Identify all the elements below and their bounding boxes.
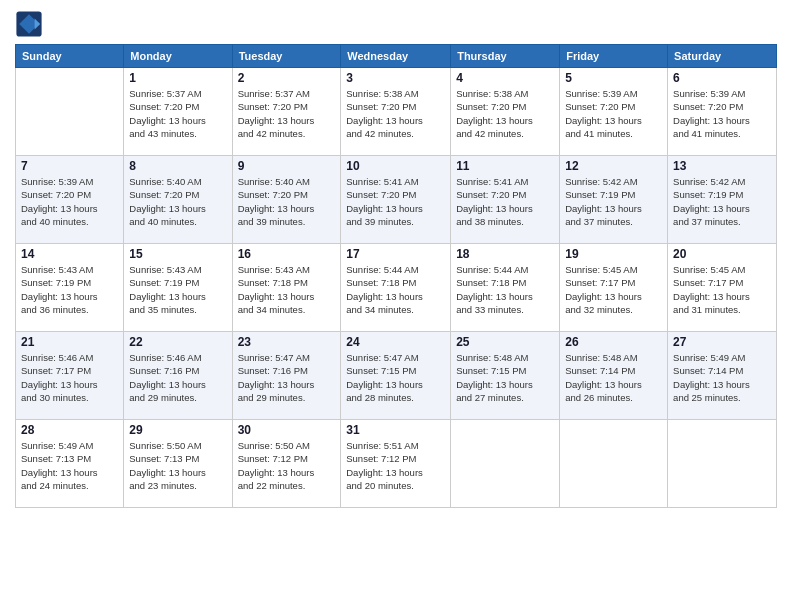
calendar-week-row: 1Sunrise: 5:37 AM Sunset: 7:20 PM Daylig…	[16, 68, 777, 156]
day-number: 21	[21, 335, 118, 349]
logo	[15, 10, 47, 38]
day-info: Sunrise: 5:37 AM Sunset: 7:20 PM Dayligh…	[129, 87, 226, 140]
day-number: 29	[129, 423, 226, 437]
calendar-day-cell: 17Sunrise: 5:44 AM Sunset: 7:18 PM Dayli…	[341, 244, 451, 332]
day-number: 18	[456, 247, 554, 261]
calendar-day-cell: 27Sunrise: 5:49 AM Sunset: 7:14 PM Dayli…	[668, 332, 777, 420]
day-number: 4	[456, 71, 554, 85]
day-info: Sunrise: 5:47 AM Sunset: 7:15 PM Dayligh…	[346, 351, 445, 404]
day-info: Sunrise: 5:48 AM Sunset: 7:15 PM Dayligh…	[456, 351, 554, 404]
calendar-day-cell: 8Sunrise: 5:40 AM Sunset: 7:20 PM Daylig…	[124, 156, 232, 244]
day-number: 3	[346, 71, 445, 85]
day-number: 24	[346, 335, 445, 349]
day-info: Sunrise: 5:51 AM Sunset: 7:12 PM Dayligh…	[346, 439, 445, 492]
calendar-day-cell: 13Sunrise: 5:42 AM Sunset: 7:19 PM Dayli…	[668, 156, 777, 244]
empty-cell	[560, 420, 668, 508]
calendar-day-cell: 7Sunrise: 5:39 AM Sunset: 7:20 PM Daylig…	[16, 156, 124, 244]
day-info: Sunrise: 5:46 AM Sunset: 7:16 PM Dayligh…	[129, 351, 226, 404]
day-info: Sunrise: 5:40 AM Sunset: 7:20 PM Dayligh…	[129, 175, 226, 228]
day-number: 25	[456, 335, 554, 349]
day-number: 14	[21, 247, 118, 261]
calendar-day-cell: 16Sunrise: 5:43 AM Sunset: 7:18 PM Dayli…	[232, 244, 341, 332]
empty-cell	[668, 420, 777, 508]
day-number: 31	[346, 423, 445, 437]
calendar-day-cell: 5Sunrise: 5:39 AM Sunset: 7:20 PM Daylig…	[560, 68, 668, 156]
day-info: Sunrise: 5:40 AM Sunset: 7:20 PM Dayligh…	[238, 175, 336, 228]
calendar-week-row: 7Sunrise: 5:39 AM Sunset: 7:20 PM Daylig…	[16, 156, 777, 244]
day-number: 28	[21, 423, 118, 437]
day-number: 8	[129, 159, 226, 173]
calendar-day-cell: 10Sunrise: 5:41 AM Sunset: 7:20 PM Dayli…	[341, 156, 451, 244]
calendar-day-cell: 4Sunrise: 5:38 AM Sunset: 7:20 PM Daylig…	[451, 68, 560, 156]
calendar-day-cell: 25Sunrise: 5:48 AM Sunset: 7:15 PM Dayli…	[451, 332, 560, 420]
day-number: 2	[238, 71, 336, 85]
day-number: 17	[346, 247, 445, 261]
day-info: Sunrise: 5:50 AM Sunset: 7:12 PM Dayligh…	[238, 439, 336, 492]
day-number: 20	[673, 247, 771, 261]
calendar-day-cell: 31Sunrise: 5:51 AM Sunset: 7:12 PM Dayli…	[341, 420, 451, 508]
day-number: 1	[129, 71, 226, 85]
day-number: 6	[673, 71, 771, 85]
calendar-day-cell: 23Sunrise: 5:47 AM Sunset: 7:16 PM Dayli…	[232, 332, 341, 420]
calendar-day-cell: 14Sunrise: 5:43 AM Sunset: 7:19 PM Dayli…	[16, 244, 124, 332]
day-number: 16	[238, 247, 336, 261]
calendar-day-cell: 9Sunrise: 5:40 AM Sunset: 7:20 PM Daylig…	[232, 156, 341, 244]
weekday-header-thursday: Thursday	[451, 45, 560, 68]
calendar-day-cell: 11Sunrise: 5:41 AM Sunset: 7:20 PM Dayli…	[451, 156, 560, 244]
day-info: Sunrise: 5:39 AM Sunset: 7:20 PM Dayligh…	[565, 87, 662, 140]
day-info: Sunrise: 5:41 AM Sunset: 7:20 PM Dayligh…	[456, 175, 554, 228]
calendar-week-row: 28Sunrise: 5:49 AM Sunset: 7:13 PM Dayli…	[16, 420, 777, 508]
calendar-day-cell: 1Sunrise: 5:37 AM Sunset: 7:20 PM Daylig…	[124, 68, 232, 156]
weekday-header-friday: Friday	[560, 45, 668, 68]
empty-cell	[451, 420, 560, 508]
day-number: 5	[565, 71, 662, 85]
day-number: 13	[673, 159, 771, 173]
day-info: Sunrise: 5:42 AM Sunset: 7:19 PM Dayligh…	[673, 175, 771, 228]
day-info: Sunrise: 5:49 AM Sunset: 7:14 PM Dayligh…	[673, 351, 771, 404]
calendar-week-row: 14Sunrise: 5:43 AM Sunset: 7:19 PM Dayli…	[16, 244, 777, 332]
day-number: 27	[673, 335, 771, 349]
day-info: Sunrise: 5:45 AM Sunset: 7:17 PM Dayligh…	[565, 263, 662, 316]
day-info: Sunrise: 5:43 AM Sunset: 7:19 PM Dayligh…	[21, 263, 118, 316]
day-number: 9	[238, 159, 336, 173]
weekday-header-wednesday: Wednesday	[341, 45, 451, 68]
calendar-table: SundayMondayTuesdayWednesdayThursdayFrid…	[15, 44, 777, 508]
day-info: Sunrise: 5:38 AM Sunset: 7:20 PM Dayligh…	[456, 87, 554, 140]
calendar-day-cell: 30Sunrise: 5:50 AM Sunset: 7:12 PM Dayli…	[232, 420, 341, 508]
day-info: Sunrise: 5:44 AM Sunset: 7:18 PM Dayligh…	[346, 263, 445, 316]
calendar-day-cell: 18Sunrise: 5:44 AM Sunset: 7:18 PM Dayli…	[451, 244, 560, 332]
day-info: Sunrise: 5:37 AM Sunset: 7:20 PM Dayligh…	[238, 87, 336, 140]
day-info: Sunrise: 5:39 AM Sunset: 7:20 PM Dayligh…	[673, 87, 771, 140]
day-info: Sunrise: 5:41 AM Sunset: 7:20 PM Dayligh…	[346, 175, 445, 228]
calendar-day-cell: 19Sunrise: 5:45 AM Sunset: 7:17 PM Dayli…	[560, 244, 668, 332]
day-info: Sunrise: 5:45 AM Sunset: 7:17 PM Dayligh…	[673, 263, 771, 316]
day-info: Sunrise: 5:50 AM Sunset: 7:13 PM Dayligh…	[129, 439, 226, 492]
calendar-day-cell: 3Sunrise: 5:38 AM Sunset: 7:20 PM Daylig…	[341, 68, 451, 156]
day-info: Sunrise: 5:48 AM Sunset: 7:14 PM Dayligh…	[565, 351, 662, 404]
day-info: Sunrise: 5:39 AM Sunset: 7:20 PM Dayligh…	[21, 175, 118, 228]
weekday-header-monday: Monday	[124, 45, 232, 68]
weekday-header-tuesday: Tuesday	[232, 45, 341, 68]
day-info: Sunrise: 5:47 AM Sunset: 7:16 PM Dayligh…	[238, 351, 336, 404]
calendar-day-cell: 20Sunrise: 5:45 AM Sunset: 7:17 PM Dayli…	[668, 244, 777, 332]
day-info: Sunrise: 5:43 AM Sunset: 7:18 PM Dayligh…	[238, 263, 336, 316]
day-info: Sunrise: 5:46 AM Sunset: 7:17 PM Dayligh…	[21, 351, 118, 404]
weekday-header-saturday: Saturday	[668, 45, 777, 68]
calendar-day-cell: 2Sunrise: 5:37 AM Sunset: 7:20 PM Daylig…	[232, 68, 341, 156]
calendar-day-cell: 21Sunrise: 5:46 AM Sunset: 7:17 PM Dayli…	[16, 332, 124, 420]
logo-icon	[15, 10, 43, 38]
calendar-day-cell: 29Sunrise: 5:50 AM Sunset: 7:13 PM Dayli…	[124, 420, 232, 508]
empty-cell	[16, 68, 124, 156]
day-info: Sunrise: 5:42 AM Sunset: 7:19 PM Dayligh…	[565, 175, 662, 228]
day-number: 23	[238, 335, 336, 349]
day-info: Sunrise: 5:44 AM Sunset: 7:18 PM Dayligh…	[456, 263, 554, 316]
calendar-day-cell: 12Sunrise: 5:42 AM Sunset: 7:19 PM Dayli…	[560, 156, 668, 244]
day-number: 30	[238, 423, 336, 437]
calendar-day-cell: 6Sunrise: 5:39 AM Sunset: 7:20 PM Daylig…	[668, 68, 777, 156]
day-info: Sunrise: 5:49 AM Sunset: 7:13 PM Dayligh…	[21, 439, 118, 492]
day-info: Sunrise: 5:43 AM Sunset: 7:19 PM Dayligh…	[129, 263, 226, 316]
day-number: 26	[565, 335, 662, 349]
day-number: 15	[129, 247, 226, 261]
calendar-week-row: 21Sunrise: 5:46 AM Sunset: 7:17 PM Dayli…	[16, 332, 777, 420]
day-info: Sunrise: 5:38 AM Sunset: 7:20 PM Dayligh…	[346, 87, 445, 140]
